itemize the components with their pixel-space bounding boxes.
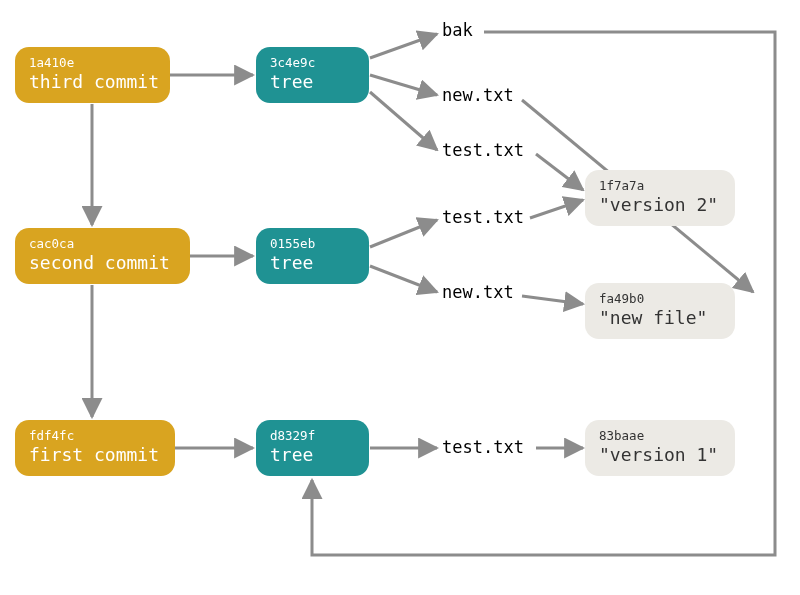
edge-label-test-txt-3: test.txt (440, 437, 526, 457)
blob-label: "version 1" (599, 444, 721, 467)
commit-second: cac0ca second commit (15, 228, 190, 284)
edge-tree2-newtxt-start (370, 266, 437, 292)
edge-testtxt3-to-version2 (536, 154, 583, 190)
edge-label-new-txt-2: new.txt (440, 282, 516, 302)
edge-testtxt2-to-version2 (530, 200, 583, 218)
commit-first: fdf4fc first commit (15, 420, 175, 476)
blob-hash: fa49b0 (599, 291, 721, 307)
blob-newfile: fa49b0 "new file" (585, 283, 735, 339)
edge-tree3-bak-start (370, 34, 437, 58)
tree-hash: 0155eb (270, 236, 355, 252)
edge-newtxt2-to-newfile (522, 296, 583, 304)
edge-label-test-txt-1: test.txt (440, 140, 526, 160)
tree-hash: d8329f (270, 428, 355, 444)
blob-version2: 1f7a7a "version 2" (585, 170, 735, 226)
edge-tree2-testtxt-start (370, 220, 437, 247)
blob-label: "version 2" (599, 194, 721, 217)
edge-label-test-txt-2: test.txt (440, 207, 526, 227)
tree-label: tree (270, 71, 355, 94)
tree-label: tree (270, 252, 355, 275)
commit-label: first commit (29, 444, 161, 467)
commit-hash: cac0ca (29, 236, 176, 252)
blob-hash: 83baae (599, 428, 721, 444)
blob-version1: 83baae "version 1" (585, 420, 735, 476)
edge-tree3-newtxt-start (370, 75, 437, 95)
edge-tree3-testtxt-start (370, 92, 437, 150)
tree-d8329f: d8329f tree (256, 420, 369, 476)
commit-hash: 1a410e (29, 55, 156, 71)
commit-label: second commit (29, 252, 176, 275)
edge-label-bak: bak (440, 20, 475, 40)
blob-hash: 1f7a7a (599, 178, 721, 194)
commit-label: third commit (29, 71, 156, 94)
tree-3c4e9c: 3c4e9c tree (256, 47, 369, 103)
commit-third: 1a410e third commit (15, 47, 170, 103)
commit-hash: fdf4fc (29, 428, 161, 444)
tree-label: tree (270, 444, 355, 467)
blob-label: "new file" (599, 307, 721, 330)
edge-label-new-txt-1: new.txt (440, 85, 516, 105)
git-objects-diagram: 1a410e third commit cac0ca second commit… (0, 0, 800, 595)
tree-hash: 3c4e9c (270, 55, 355, 71)
tree-0155eb: 0155eb tree (256, 228, 369, 284)
